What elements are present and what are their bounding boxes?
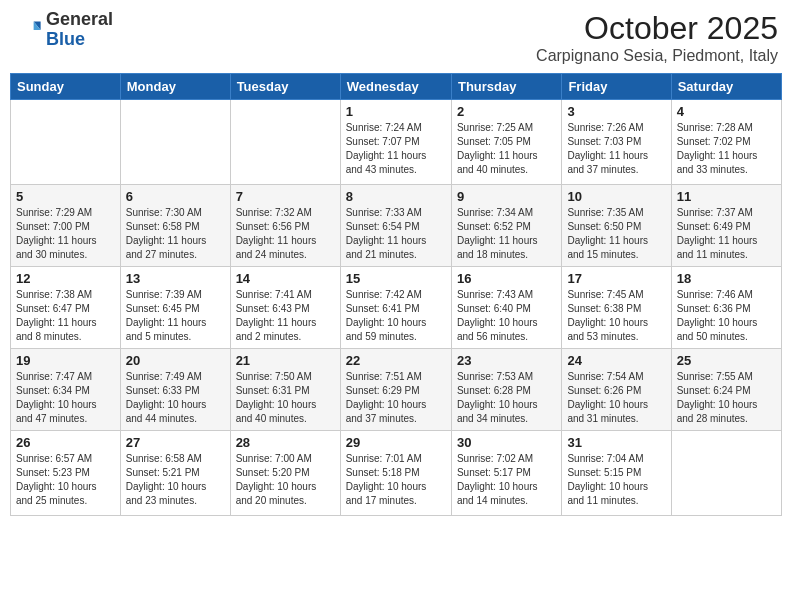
day-info: Sunrise: 7:35 AM Sunset: 6:50 PM Dayligh… — [567, 206, 665, 262]
day-info: Sunrise: 7:51 AM Sunset: 6:29 PM Dayligh… — [346, 370, 446, 426]
day-info: Sunrise: 7:04 AM Sunset: 5:15 PM Dayligh… — [567, 452, 665, 508]
day-number: 2 — [457, 104, 556, 119]
day-number: 21 — [236, 353, 335, 368]
day-number: 29 — [346, 435, 446, 450]
day-number: 13 — [126, 271, 225, 286]
day-info: Sunrise: 7:49 AM Sunset: 6:33 PM Dayligh… — [126, 370, 225, 426]
calendar-cell: 3Sunrise: 7:26 AM Sunset: 7:03 PM Daylig… — [562, 100, 671, 185]
day-info: Sunrise: 6:57 AM Sunset: 5:23 PM Dayligh… — [16, 452, 115, 508]
logo-icon — [14, 16, 42, 44]
calendar-cell — [230, 100, 340, 185]
day-info: Sunrise: 7:01 AM Sunset: 5:18 PM Dayligh… — [346, 452, 446, 508]
day-number: 6 — [126, 189, 225, 204]
calendar-week-row: 1Sunrise: 7:24 AM Sunset: 7:07 PM Daylig… — [11, 100, 782, 185]
day-info: Sunrise: 7:46 AM Sunset: 6:36 PM Dayligh… — [677, 288, 776, 344]
day-info: Sunrise: 7:28 AM Sunset: 7:02 PM Dayligh… — [677, 121, 776, 177]
calendar-cell: 18Sunrise: 7:46 AM Sunset: 6:36 PM Dayli… — [671, 267, 781, 349]
calendar-header-row: SundayMondayTuesdayWednesdayThursdayFrid… — [11, 74, 782, 100]
day-info: Sunrise: 7:53 AM Sunset: 6:28 PM Dayligh… — [457, 370, 556, 426]
day-number: 11 — [677, 189, 776, 204]
day-info: Sunrise: 7:30 AM Sunset: 6:58 PM Dayligh… — [126, 206, 225, 262]
day-number: 14 — [236, 271, 335, 286]
day-info: Sunrise: 7:39 AM Sunset: 6:45 PM Dayligh… — [126, 288, 225, 344]
day-number: 22 — [346, 353, 446, 368]
calendar-cell: 21Sunrise: 7:50 AM Sunset: 6:31 PM Dayli… — [230, 349, 340, 431]
weekday-header-friday: Friday — [562, 74, 671, 100]
day-info: Sunrise: 7:00 AM Sunset: 5:20 PM Dayligh… — [236, 452, 335, 508]
calendar-cell: 4Sunrise: 7:28 AM Sunset: 7:02 PM Daylig… — [671, 100, 781, 185]
calendar-cell — [120, 100, 230, 185]
day-number: 19 — [16, 353, 115, 368]
month-title: October 2025 — [536, 10, 778, 47]
day-info: Sunrise: 7:32 AM Sunset: 6:56 PM Dayligh… — [236, 206, 335, 262]
day-info: Sunrise: 7:47 AM Sunset: 6:34 PM Dayligh… — [16, 370, 115, 426]
calendar-cell: 26Sunrise: 6:57 AM Sunset: 5:23 PM Dayli… — [11, 431, 121, 516]
day-info: Sunrise: 7:34 AM Sunset: 6:52 PM Dayligh… — [457, 206, 556, 262]
calendar-cell: 16Sunrise: 7:43 AM Sunset: 6:40 PM Dayli… — [451, 267, 561, 349]
calendar-week-row: 12Sunrise: 7:38 AM Sunset: 6:47 PM Dayli… — [11, 267, 782, 349]
logo: General Blue — [14, 10, 113, 50]
calendar-cell: 20Sunrise: 7:49 AM Sunset: 6:33 PM Dayli… — [120, 349, 230, 431]
calendar-week-row: 26Sunrise: 6:57 AM Sunset: 5:23 PM Dayli… — [11, 431, 782, 516]
day-number: 7 — [236, 189, 335, 204]
day-number: 27 — [126, 435, 225, 450]
day-number: 8 — [346, 189, 446, 204]
title-area: October 2025 Carpignano Sesia, Piedmont,… — [536, 10, 778, 65]
day-number: 16 — [457, 271, 556, 286]
day-info: Sunrise: 7:45 AM Sunset: 6:38 PM Dayligh… — [567, 288, 665, 344]
weekday-header-wednesday: Wednesday — [340, 74, 451, 100]
calendar-cell: 28Sunrise: 7:00 AM Sunset: 5:20 PM Dayli… — [230, 431, 340, 516]
day-number: 10 — [567, 189, 665, 204]
day-info: Sunrise: 7:24 AM Sunset: 7:07 PM Dayligh… — [346, 121, 446, 177]
day-info: Sunrise: 7:41 AM Sunset: 6:43 PM Dayligh… — [236, 288, 335, 344]
weekday-header-monday: Monday — [120, 74, 230, 100]
day-info: Sunrise: 7:26 AM Sunset: 7:03 PM Dayligh… — [567, 121, 665, 177]
day-number: 28 — [236, 435, 335, 450]
calendar-cell: 17Sunrise: 7:45 AM Sunset: 6:38 PM Dayli… — [562, 267, 671, 349]
calendar-cell — [11, 100, 121, 185]
calendar-cell: 25Sunrise: 7:55 AM Sunset: 6:24 PM Dayli… — [671, 349, 781, 431]
day-info: Sunrise: 6:58 AM Sunset: 5:21 PM Dayligh… — [126, 452, 225, 508]
calendar-cell: 19Sunrise: 7:47 AM Sunset: 6:34 PM Dayli… — [11, 349, 121, 431]
calendar-week-row: 19Sunrise: 7:47 AM Sunset: 6:34 PM Dayli… — [11, 349, 782, 431]
day-info: Sunrise: 7:37 AM Sunset: 6:49 PM Dayligh… — [677, 206, 776, 262]
calendar-cell: 8Sunrise: 7:33 AM Sunset: 6:54 PM Daylig… — [340, 185, 451, 267]
calendar-table: SundayMondayTuesdayWednesdayThursdayFrid… — [10, 73, 782, 516]
day-info: Sunrise: 7:55 AM Sunset: 6:24 PM Dayligh… — [677, 370, 776, 426]
calendar-cell: 5Sunrise: 7:29 AM Sunset: 7:00 PM Daylig… — [11, 185, 121, 267]
day-number: 18 — [677, 271, 776, 286]
day-number: 31 — [567, 435, 665, 450]
day-number: 3 — [567, 104, 665, 119]
calendar-cell: 2Sunrise: 7:25 AM Sunset: 7:05 PM Daylig… — [451, 100, 561, 185]
day-number: 23 — [457, 353, 556, 368]
calendar-cell: 1Sunrise: 7:24 AM Sunset: 7:07 PM Daylig… — [340, 100, 451, 185]
weekday-header-sunday: Sunday — [11, 74, 121, 100]
calendar-cell: 15Sunrise: 7:42 AM Sunset: 6:41 PM Dayli… — [340, 267, 451, 349]
day-number: 25 — [677, 353, 776, 368]
calendar-cell: 13Sunrise: 7:39 AM Sunset: 6:45 PM Dayli… — [120, 267, 230, 349]
calendar-cell: 10Sunrise: 7:35 AM Sunset: 6:50 PM Dayli… — [562, 185, 671, 267]
logo-general-text: General — [46, 9, 113, 29]
calendar-cell: 7Sunrise: 7:32 AM Sunset: 6:56 PM Daylig… — [230, 185, 340, 267]
day-info: Sunrise: 7:29 AM Sunset: 7:00 PM Dayligh… — [16, 206, 115, 262]
day-number: 9 — [457, 189, 556, 204]
calendar-cell: 27Sunrise: 6:58 AM Sunset: 5:21 PM Dayli… — [120, 431, 230, 516]
weekday-header-thursday: Thursday — [451, 74, 561, 100]
weekday-header-tuesday: Tuesday — [230, 74, 340, 100]
day-number: 17 — [567, 271, 665, 286]
calendar-cell: 11Sunrise: 7:37 AM Sunset: 6:49 PM Dayli… — [671, 185, 781, 267]
day-info: Sunrise: 7:33 AM Sunset: 6:54 PM Dayligh… — [346, 206, 446, 262]
day-info: Sunrise: 7:25 AM Sunset: 7:05 PM Dayligh… — [457, 121, 556, 177]
day-info: Sunrise: 7:02 AM Sunset: 5:17 PM Dayligh… — [457, 452, 556, 508]
day-number: 20 — [126, 353, 225, 368]
day-number: 5 — [16, 189, 115, 204]
location-subtitle: Carpignano Sesia, Piedmont, Italy — [536, 47, 778, 65]
day-number: 1 — [346, 104, 446, 119]
calendar-cell: 31Sunrise: 7:04 AM Sunset: 5:15 PM Dayli… — [562, 431, 671, 516]
day-number: 15 — [346, 271, 446, 286]
day-info: Sunrise: 7:38 AM Sunset: 6:47 PM Dayligh… — [16, 288, 115, 344]
day-info: Sunrise: 7:43 AM Sunset: 6:40 PM Dayligh… — [457, 288, 556, 344]
day-info: Sunrise: 7:50 AM Sunset: 6:31 PM Dayligh… — [236, 370, 335, 426]
calendar-cell: 22Sunrise: 7:51 AM Sunset: 6:29 PM Dayli… — [340, 349, 451, 431]
calendar-cell: 14Sunrise: 7:41 AM Sunset: 6:43 PM Dayli… — [230, 267, 340, 349]
